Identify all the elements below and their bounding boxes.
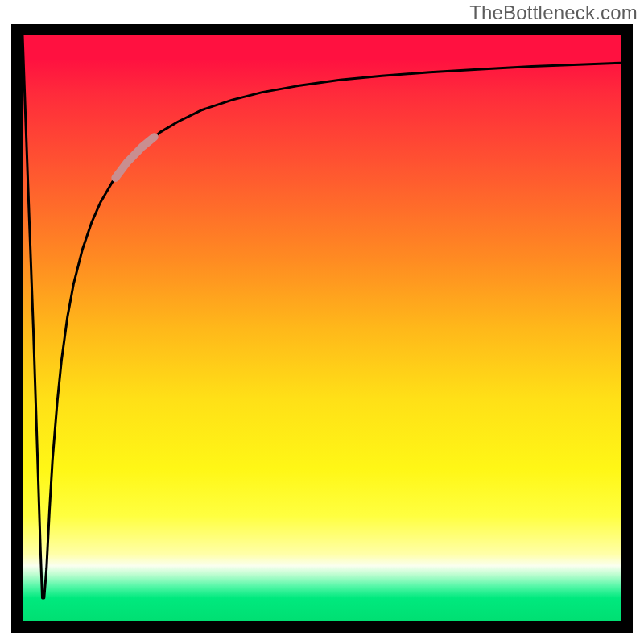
plot-frame (11, 24, 633, 633)
bottleneck-curve-path (23, 35, 621, 598)
curve-highlight-segment (115, 137, 154, 178)
watermark-text: TheBottleneck.com (469, 2, 638, 24)
chart-root: TheBottleneck.com (0, 0, 644, 644)
curve-svg (23, 35, 621, 621)
